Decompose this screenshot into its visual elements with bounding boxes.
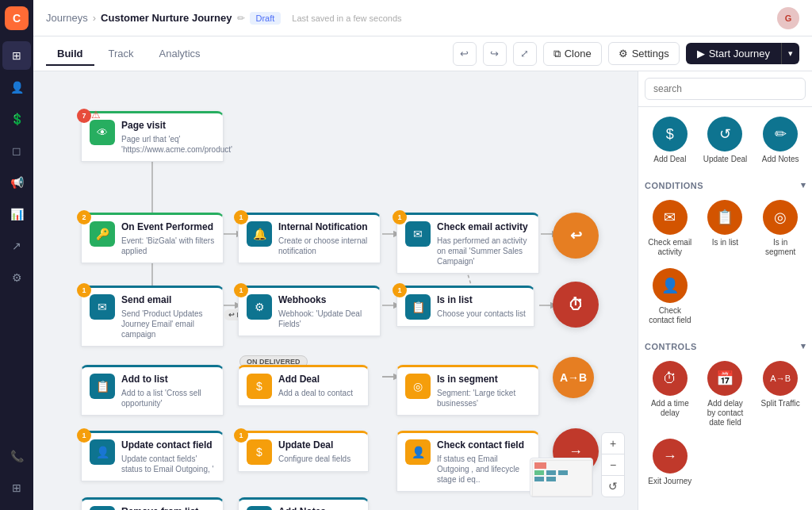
cond-isinlist-label: Is in list	[712, 238, 738, 247]
node-icon-event: 🔑	[90, 221, 115, 247]
nav-journeys[interactable]: ↗	[2, 232, 31, 260]
node-internal-notif[interactable]: 1 🔔 Internal Notification Create or choo…	[238, 213, 381, 263]
node-add-to-list[interactable]: 📋 Add to list Add to a list 'Cross sell …	[81, 365, 224, 416]
condition-check-email[interactable]: ✉ Check email activity	[645, 197, 695, 260]
node-icon-webhooks: ⚙	[247, 294, 272, 320]
zoom-in-button[interactable]: +	[602, 433, 624, 454]
breadcrumb-parent[interactable]: Journeys	[46, 12, 88, 24]
action-add-deal[interactable]: $ Add Deal	[645, 113, 695, 167]
node-webhooks[interactable]: 1 ⚙ Webhooks Webhook: 'Update Deal Field…	[238, 286, 381, 336]
tab-analytics[interactable]: Analytics	[148, 43, 212, 66]
canvas-inner: 7 ⚠ 👁 Page visit Page url that 'eq' 'htt…	[33, 71, 638, 510]
node-icon-updatedeal: $	[247, 439, 272, 465]
cond-isinseg-label: Is in segment	[758, 238, 802, 257]
svg-rect-14	[546, 470, 556, 475]
search-input[interactable]	[645, 78, 806, 100]
nav-settings[interactable]: ⚙	[2, 263, 31, 292]
panel-top-actions: $ Add Deal ↺ Update Deal ✏ Add Notes	[638, 107, 812, 174]
controls-label: CONTROLS	[645, 342, 697, 351]
edit-icon[interactable]: ✏	[237, 13, 245, 24]
node-check-contact[interactable]: 👤 Check contact field If status eq Email…	[396, 431, 539, 492]
start-journey-label: Start Journey	[709, 48, 770, 59]
node-title-notif: Internal Notification	[278, 221, 372, 234]
nav-deals[interactable]: 💲	[2, 105, 31, 133]
node-add-deal[interactable]: $ Add Deal Add a deal to contact	[238, 365, 369, 406]
settings-button[interactable]: ⚙ Settings	[608, 42, 680, 65]
control-exit[interactable]: → Exit Journey	[645, 435, 695, 489]
node-check-email[interactable]: 1 ✉ Check email activity Has performed a…	[396, 213, 539, 274]
node-remove-list[interactable]: 📋 Remove from list Remove contact from a…	[81, 497, 224, 510]
node-page-visit[interactable]: 7 ⚠ 👁 Page visit Page url that 'eq' 'htt…	[81, 111, 224, 162]
zoom-out-button[interactable]: −	[602, 454, 624, 475]
ctrl-timedelay-icon: ⏱	[653, 361, 688, 396]
fullscreen-button[interactable]: ⤢	[513, 42, 537, 66]
condition-check-contact[interactable]: 👤 Check contact field	[645, 265, 695, 328]
cond-isinseg-icon: ◎	[763, 200, 798, 235]
nav-lists[interactable]: ◻	[2, 136, 31, 165]
node-add-notes[interactable]: ✏ Add Notes Add a note to a contact	[238, 497, 369, 510]
nav-grid[interactable]: ⊞	[2, 474, 31, 502]
nav-campaigns[interactable]: 📢	[2, 168, 31, 197]
tab-build[interactable]: Build	[46, 43, 94, 66]
svg-rect-15	[558, 470, 568, 475]
mini-map	[530, 458, 593, 497]
add-notes-icon: ✏	[763, 117, 798, 151]
start-journey-button[interactable]: ▶ Start Journey	[686, 43, 781, 64]
redo-button[interactable]: ↪	[483, 42, 507, 66]
zoom-reset-button[interactable]: ↺	[602, 476, 624, 497]
circle-node-add[interactable]: ↩	[553, 213, 599, 259]
clone-button[interactable]: ⧉ Clone	[543, 42, 602, 66]
node-title-checkcontact: Check contact field	[437, 439, 530, 452]
nav-phone[interactable]: 📞	[2, 442, 31, 470]
condition-is-in-segment[interactable]: ◎ Is in segment	[755, 197, 806, 260]
panel-toggle[interactable]: ›	[638, 278, 638, 304]
start-journey-group: ▶ Start Journey ▾ Schedule Journey	[686, 43, 799, 64]
node-update-deal[interactable]: 1 $ Update Deal Configure deal fields	[238, 431, 369, 472]
node-desc-notif: Create or choose internal notification	[278, 236, 372, 256]
node-title-pagevisit: Page visit	[121, 120, 232, 132]
nav-home[interactable]: ⊞	[2, 41, 31, 70]
action-update-deal[interactable]: ↺ Update Deal	[700, 113, 751, 167]
node-is-in-segment[interactable]: ◎ Is in segment Segment: 'Large ticket b…	[396, 365, 539, 416]
circle-node-split[interactable]: A→B	[553, 357, 594, 398]
start-journey-dropdown[interactable]: ▾	[781, 43, 799, 64]
node-icon-sendemail: ✉	[90, 294, 115, 320]
action-add-notes[interactable]: ✏ Add Notes	[755, 113, 806, 167]
control-time-delay[interactable]: ⏱ Add a time delay	[645, 358, 695, 431]
svg-rect-17	[546, 477, 556, 481]
app-logo[interactable]: C	[5, 6, 29, 30]
node-icon-pagevisit: 👁	[90, 120, 115, 145]
circle-node-wait[interactable]: ⏱	[553, 282, 599, 328]
top-bar-right: G	[777, 7, 799, 29]
node-title-sendemail: Send email	[121, 294, 215, 307]
node-title-updatecontact: Update contact field	[121, 439, 215, 452]
node-desc-event: Event: 'BizGala' with filters applied	[121, 236, 215, 256]
node-badge-pagevisit: 7	[77, 109, 91, 123]
toolbar: Build Track Analytics ↩ ↪ ⤢ ⧉ Clone ⚙ Se…	[33, 36, 812, 71]
control-split-traffic[interactable]: A→B Split Traffic	[755, 358, 806, 431]
node-title-webhooks: Webhooks	[278, 294, 372, 307]
breadcrumb: Journeys › Customer Nurture Journey ✏ Dr…	[46, 12, 402, 25]
update-deal-icon: ↺	[707, 117, 742, 151]
tab-track[interactable]: Track	[98, 43, 145, 66]
node-update-contact[interactable]: 1 👤 Update contact field Update contact …	[81, 431, 224, 481]
node-on-event[interactable]: 2 🔑 On Event Performed Event: 'BizGala' …	[81, 213, 224, 263]
control-date-delay[interactable]: 📅 Add delay by contact date field	[700, 358, 751, 431]
nav-contacts[interactable]: 👤	[2, 73, 31, 102]
conditions-collapse[interactable]: ▾	[801, 180, 806, 190]
node-title-updatedeal: Update Deal	[278, 439, 350, 452]
update-deal-label: Update Deal	[703, 155, 748, 164]
undo-button[interactable]: ↩	[453, 42, 477, 66]
node-icon-checkcontact: 👤	[405, 439, 431, 465]
node-send-email[interactable]: 1 ✉ Send email Send 'Product Updates Jou…	[81, 286, 224, 347]
controls-collapse[interactable]: ▾	[801, 341, 806, 351]
ctrl-split-icon: A→B	[763, 361, 798, 396]
ctrl-datedelay-icon: 📅	[707, 361, 742, 396]
condition-is-in-list[interactable]: 📋 Is in list	[700, 197, 751, 260]
panel-controls: CONTROLS ▾ ⏱ Add a time delay 📅 Add dela…	[638, 335, 812, 496]
node-is-in-list[interactable]: 1 📋 Is in list Choose your contacts list	[396, 286, 534, 327]
node-desc-checkcontact: If status eq Email Outgoing , and lifecy…	[437, 454, 530, 485]
nav-reports[interactable]: 📊	[2, 200, 31, 228]
node-icon-addnotes: ✏	[247, 506, 272, 510]
toolbar-actions: ↩ ↪ ⤢ ⧉ Clone ⚙ Settings ▶ Start Journey…	[453, 42, 799, 66]
